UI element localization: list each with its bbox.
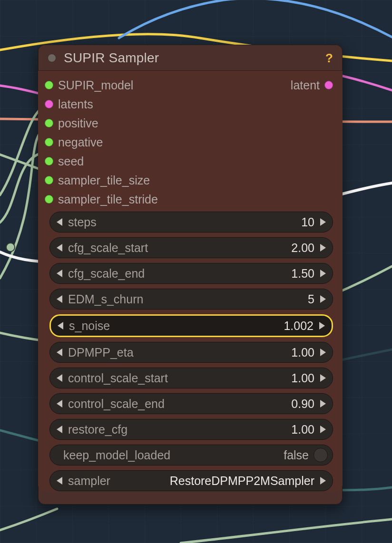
param-value[interactable]: 1.002	[284, 319, 314, 333]
input-label: positive	[58, 116, 98, 130]
input-port[interactable]	[45, 176, 53, 184]
param-steps[interactable]: steps 10	[49, 212, 333, 233]
param-cfg-scale-end[interactable]: cfg_scale_end 1.50	[49, 263, 333, 284]
param-control-scale-end[interactable]: control_scale_end 0.90	[49, 393, 333, 414]
param-value[interactable]: 0.90	[291, 397, 314, 411]
param-label: EDM_s_churn	[68, 292, 143, 306]
increment-icon[interactable]	[320, 295, 326, 303]
decrement-icon[interactable]	[57, 426, 62, 433]
node-title: SUPIR Sampler	[64, 50, 318, 66]
param-value[interactable]: 10	[301, 215, 314, 229]
param-label: cfg_scale_end	[68, 267, 145, 281]
param-label: steps	[68, 215, 97, 229]
param-label: control_scale_start	[68, 371, 168, 385]
input-port[interactable]	[45, 138, 53, 146]
input-port[interactable]	[45, 119, 53, 127]
input-port[interactable]	[45, 100, 53, 108]
input-label: sampler_tile_size	[58, 174, 150, 187]
param-keep-model-loaded[interactable]: keep_model_loaded false	[49, 445, 333, 465]
decrement-icon[interactable]	[57, 244, 62, 252]
input-label: latents	[58, 97, 93, 111]
increment-icon[interactable]	[320, 270, 326, 277]
param-label: restore_cfg	[68, 423, 127, 436]
params-list: steps 10 cfg_scale_start 2.00 cfg_scale_…	[43, 212, 335, 491]
param-value: false	[284, 448, 309, 462]
increment-icon[interactable]	[320, 218, 326, 226]
toggle-knob[interactable]	[314, 448, 328, 462]
decrement-icon[interactable]	[57, 295, 62, 303]
decrement-icon[interactable]	[57, 270, 62, 277]
output-label: latent	[291, 78, 320, 92]
decrement-icon[interactable]	[57, 400, 62, 407]
param-value[interactable]: 2.00	[291, 241, 314, 255]
prev-option-icon[interactable]	[57, 477, 62, 485]
param-s-noise[interactable]: s_noise 1.002	[49, 314, 333, 337]
decrement-icon[interactable]	[58, 322, 63, 330]
node-collapse-dot[interactable]	[48, 54, 56, 62]
input-port[interactable]	[45, 81, 53, 89]
param-value[interactable]: 1.00	[291, 423, 314, 436]
param-value[interactable]: 5	[308, 292, 314, 306]
increment-icon[interactable]	[320, 426, 326, 433]
node-supir-sampler[interactable]: SUPIR Sampler ? SUPIR_model latent laten…	[38, 45, 343, 504]
node-body: SUPIR_model latent latents positive nega…	[38, 70, 343, 491]
input-label: seed	[58, 155, 84, 168]
output-port[interactable]	[324, 81, 333, 89]
input-label: negative	[58, 136, 103, 149]
param-label: control_scale_end	[68, 397, 165, 411]
increment-icon[interactable]	[320, 349, 326, 356]
wire-junction	[6, 242, 15, 252]
node-titlebar[interactable]: SUPIR Sampler ?	[38, 45, 343, 70]
param-label: sampler	[68, 474, 110, 488]
increment-icon[interactable]	[320, 374, 326, 382]
decrement-icon[interactable]	[57, 349, 62, 356]
io-row: SUPIR_model latent	[43, 76, 335, 95]
param-value[interactable]: 1.00	[291, 371, 314, 385]
param-dpmpp-eta[interactable]: DPMPP_eta 1.00	[49, 342, 333, 363]
param-label: s_noise	[69, 319, 110, 333]
param-label: DPMPP_eta	[68, 346, 134, 359]
increment-icon[interactable]	[320, 400, 326, 407]
param-label: cfg_scale_start	[68, 241, 148, 255]
increment-icon[interactable]	[319, 322, 325, 330]
help-icon[interactable]: ?	[325, 51, 333, 66]
param-value[interactable]: 1.50	[291, 267, 314, 281]
param-sampler[interactable]: sampler RestoreDPMPP2MSampler	[49, 470, 333, 491]
input-port[interactable]	[45, 157, 53, 165]
param-value[interactable]: RestoreDPMPP2MSampler	[170, 474, 314, 488]
param-restore-cfg[interactable]: restore_cfg 1.00	[49, 419, 333, 440]
input-label: SUPIR_model	[58, 78, 133, 92]
decrement-icon[interactable]	[57, 374, 62, 382]
decrement-icon[interactable]	[57, 218, 62, 226]
param-edm-s-churn[interactable]: EDM_s_churn 5	[49, 289, 333, 310]
input-port[interactable]	[45, 195, 53, 204]
param-value[interactable]: 1.00	[291, 346, 314, 359]
input-label: sampler_tile_stride	[58, 193, 158, 206]
increment-icon[interactable]	[320, 244, 326, 252]
param-cfg-scale-start[interactable]: cfg_scale_start 2.00	[49, 237, 333, 258]
param-control-scale-start[interactable]: control_scale_start 1.00	[49, 368, 333, 388]
next-option-icon[interactable]	[320, 477, 326, 485]
param-label: keep_model_loaded	[63, 448, 170, 462]
